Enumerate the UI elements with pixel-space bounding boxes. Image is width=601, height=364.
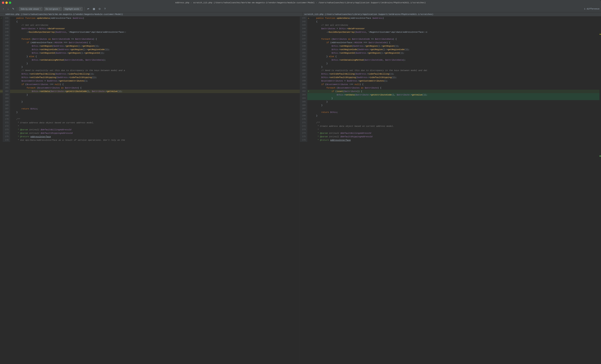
table-row: 149 $this->setRegion($address->getRegion… [0, 44, 300, 48]
minimize-button[interactable] [5, 1, 8, 4]
chevron-down-icon: ▾ [40, 8, 41, 10]
right-panel[interactable]: 141 ⚠ public function updateData(Address… [300, 16, 600, 364]
table-row: 174 * @param int|null $defaultBillingAdd… [300, 131, 600, 135]
sync-icon-button[interactable]: ⊙ [97, 7, 102, 11]
left-file-header: Address.php (/Users/nahuelsanchez/Work/m… [0, 12, 302, 16]
table-row: 142 { [300, 20, 600, 23]
table-row: 145 ->buildOutputDataArray($address, \Ma… [0, 30, 300, 34]
chevron-down-icon-2: ▾ [59, 8, 60, 10]
table-row: 172 * [0, 124, 300, 128]
table-row: 141 ⚠ public function updateData(Address… [300, 16, 600, 20]
table-row: 173 * [300, 128, 600, 131]
toolbar: ↑ ↓ ✎ Side-by-side viewer ▾ Do not ignor… [0, 5, 601, 12]
scroll-bar[interactable] [600, 16, 601, 364]
table-row: 167 return $this; [0, 107, 300, 111]
table-row: 162 « if (isset($attribute)) { [300, 90, 600, 93]
table-row: 151 $this->setRegionId($address->getRegi… [0, 51, 300, 55]
viewer-dropdown[interactable]: Side-by-side viewer ▾ [19, 7, 43, 11]
table-row: 173 * @param int|null $defaultBillingAdd… [0, 128, 300, 131]
table-row: 156 // Need to explicitly set this due t… [300, 69, 600, 72]
left-panel[interactable]: ✓ 141 public function updateData(Address… [0, 16, 300, 364]
table-row: 160 if ($customAttributes !== null) { [0, 83, 300, 86]
table-row: 163 $this->setData($attribute->getAttrib… [300, 93, 600, 97]
table-row: 154 } [300, 62, 600, 65]
viewer-label: Side-by-side viewer [20, 8, 39, 10]
table-row: 143 // Set all attributes [0, 23, 300, 27]
table-row: 152 } else { [300, 55, 600, 58]
table-row: 169 } [300, 114, 600, 118]
table-row: 166 [0, 104, 300, 107]
table-row: 158 $this->setIsDefaultShipping($address… [0, 76, 300, 79]
highlight-label: Highlight words [65, 8, 79, 10]
table-row: 170 /** [0, 118, 300, 121]
right-file-header: scratch_113.php (/Users/nahuelsanchez/Li… [302, 12, 601, 16]
table-row: 148 if (AddressInterface::REGION === $at… [0, 41, 300, 44]
table-row: 172 * Create address data object based o… [300, 124, 600, 128]
close-button[interactable] [2, 1, 4, 4]
table-row: 175 * @param int|null $defaultShippingAd… [300, 135, 600, 138]
table-row: 148 if (AddressInterface::REGION === $at… [300, 41, 600, 44]
nav-next-button[interactable]: ↓ [6, 7, 10, 11]
table-row: 159 $customAttributes = $address->getCus… [0, 79, 300, 83]
table-row: 175 * @return AddressInterface [0, 135, 300, 138]
diff-container: ✓ 141 public function updateData(Address… [0, 16, 601, 364]
table-row: 157 $this->setIsDefaultBilling($address-… [300, 72, 600, 76]
table-row: 145 ->buildOutputDataArray($address, \Ma… [300, 30, 600, 34]
settings-icon-button[interactable]: ⇌ [86, 7, 90, 11]
table-row: 158 $this->setIsDefaultShipping($address… [300, 76, 600, 79]
table-row: 176 * Use Api/Data/AddressInterface as a… [0, 138, 300, 142]
table-row: 144 $attributes = $this->dataProcessor [0, 27, 300, 30]
table-row: 171 /** [300, 121, 600, 124]
table-row: 161 foreach ($customAttributes as $attri… [0, 86, 300, 90]
table-row: 157 $this->setIsDefaultBilling($address-… [0, 72, 300, 76]
table-row: 147 foreach ($attributes as $attributeCo… [300, 37, 600, 41]
separator-2 [84, 7, 84, 11]
edit-button[interactable]: ✎ [11, 7, 16, 11]
table-row: 164 } [300, 97, 600, 100]
table-row: 159 $customAttributes = $address->getCus… [300, 79, 600, 83]
scroll-marker-diff [600, 155, 601, 157]
table-row: 169 [0, 114, 300, 118]
table-row: 161 foreach ($customAttributes as $attri… [300, 86, 600, 90]
maximize-button[interactable] [9, 1, 11, 4]
title-bar: Address.php - scratch_113.php (/Users/na… [0, 0, 601, 5]
table-row: 165 } [0, 100, 300, 104]
table-row: 147 foreach ($attributes as $attributeCo… [0, 37, 300, 41]
file-headers: Address.php (/Users/nahuelsanchez/Work/m… [0, 12, 601, 16]
table-row: 156 // Need to explicitly set this due t… [0, 69, 300, 72]
right-diff-content: 141 ⚠ public function updateData(Address… [300, 16, 600, 142]
chevron-down-icon-3: ▾ [80, 8, 81, 10]
left-diff-content: ✓ 141 public function updateData(Address… [0, 16, 300, 142]
layout-icon-button[interactable]: ▦ [91, 7, 96, 11]
traffic-lights [2, 1, 11, 4]
right-file-name: scratch_113.php (/Users/nahuelsanchez/Li… [304, 13, 433, 15]
table-row: 151 $this->setRegionId($address->getRegi… [300, 51, 600, 55]
table-row: 171 * Create address data object based o… [0, 121, 300, 124]
table-row: 166 } [300, 104, 600, 107]
scroll-marker-warning [600, 34, 601, 35]
left-file-name: Address.php (/Users/nahuelsanchez/Work/m… [5, 13, 123, 15]
table-row: 160 if ($customAttributes !== null) { [300, 83, 600, 86]
table-row: ✓ 141 public function updateData(Address… [0, 16, 300, 20]
table-row: 149 $this->setRegion($address->getRegion… [300, 44, 600, 48]
table-row: 146 [300, 34, 600, 37]
window-title: Address.php - scratch_113.php (/Users/na… [175, 1, 426, 4]
help-button[interactable]: ? [103, 7, 107, 11]
table-row: 150 $this->setRegionCode($address->getRe… [0, 48, 300, 51]
table-row: 164 [0, 97, 300, 100]
table-row: 170 [300, 118, 600, 121]
table-row: 155 } [0, 65, 300, 69]
table-row: 144 $attributes = $this->dataProcessor [300, 27, 600, 30]
table-row: 165 } [300, 100, 600, 104]
table-row: 153 $this->setDataUsingMethod($attribute… [300, 58, 600, 62]
table-row: 154 } [0, 62, 300, 65]
ignore-dropdown[interactable]: Do not ignore ▾ [44, 7, 62, 11]
table-row: 153 $this->setDataUsingMethod($attribute… [0, 58, 300, 62]
table-row: 143 // Set all attributes [300, 23, 600, 27]
table-row: 168 return $this; [300, 111, 600, 114]
highlight-dropdown[interactable]: Highlight words ▾ [63, 7, 83, 11]
table-row: 167 [300, 107, 600, 111]
table-row: 155 } [300, 65, 600, 69]
nav-prev-button[interactable]: ↑ [1, 7, 5, 11]
app-window: Address.php - scratch_113.php (/Users/na… [0, 0, 601, 364]
